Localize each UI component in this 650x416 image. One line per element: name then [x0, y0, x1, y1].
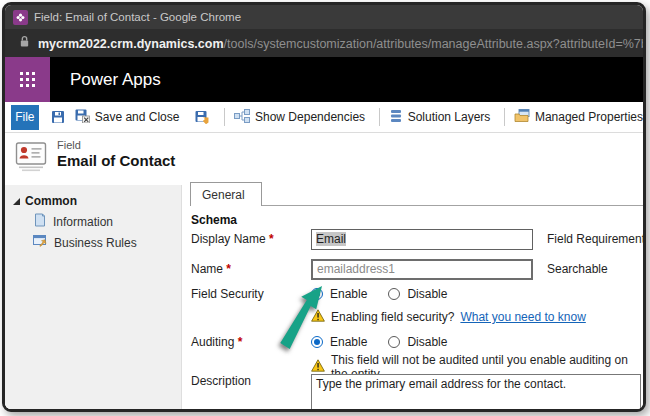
warning-icon — [311, 359, 325, 375]
auditing-enable-label: Enable — [330, 335, 367, 349]
sidebar-group-label: Common — [25, 194, 77, 208]
display-name-row: Display Name * Email Field Requirement * — [191, 228, 641, 250]
app-name: Power Apps — [70, 70, 161, 90]
sidebar-group-common[interactable]: Common — [5, 191, 181, 211]
auditing-warning-row: This field will not be audited until you… — [191, 359, 641, 375]
description-input[interactable]: Type the primary email address for the c… — [311, 374, 641, 411]
waffle-icon — [20, 72, 35, 87]
app-favicon-icon — [13, 10, 28, 25]
field-security-warning-row: Enabling field security? What you need t… — [191, 309, 641, 325]
toolbar-separator — [504, 108, 505, 126]
field-security-label: Field Security — [191, 287, 311, 301]
waffle-menu-button[interactable] — [5, 57, 50, 102]
save-and-close-icon — [75, 109, 90, 126]
managed-properties-icon — [514, 109, 530, 126]
save-and-new-button[interactable] — [195, 110, 210, 124]
url-path: /tools/systemcustomization/attributes/ma… — [224, 37, 646, 51]
display-name-label: Display Name * — [191, 232, 311, 246]
page-title: Email of Contact — [57, 152, 175, 169]
warning-icon — [311, 309, 325, 325]
name-row: Name * emailaddress1 Searchable — [191, 258, 641, 280]
business-rules-icon — [33, 234, 48, 251]
toolbar-separator — [379, 108, 380, 126]
auditing-label: Auditing * — [191, 335, 311, 349]
display-name-input[interactable]: Email — [311, 229, 533, 250]
window-title: Field: Email of Contact - Google Chrome — [34, 11, 241, 23]
solution-layers-button[interactable]: Solution Layers — [389, 109, 491, 126]
page-content: Field Email of Contact Common Informatio… — [5, 133, 643, 411]
searchable-label: Searchable — [547, 262, 608, 276]
sidebar-item-label: Business Rules — [54, 236, 137, 250]
field-requirement-label: Field Requirement * — [547, 232, 643, 246]
field-security-warning-text: Enabling field security? — [331, 310, 454, 324]
toolbar-separator — [224, 108, 225, 126]
sidebar-item-label: Information — [53, 215, 113, 229]
save-button[interactable] — [51, 110, 65, 124]
information-icon — [33, 213, 47, 230]
show-dependencies-button[interactable]: Show Dependencies — [234, 109, 365, 126]
auditing-row: Auditing * Enable Disable — [191, 334, 641, 350]
name-label: Name * — [191, 262, 311, 276]
window-titlebar: Field: Email of Contact - Google Chrome — [5, 5, 643, 29]
lock-icon — [19, 34, 30, 52]
field-icon — [15, 139, 49, 177]
auditing-disable-radio[interactable] — [388, 336, 400, 348]
name-input[interactable]: emailaddress1 — [311, 259, 533, 280]
url-domain: mycrm2022.crm.dynamics.com — [38, 37, 224, 51]
collapse-triangle-icon — [13, 198, 20, 205]
browser-window: Field: Email of Contact - Google Chrome … — [2, 2, 646, 412]
save-and-new-icon — [195, 110, 210, 124]
managed-properties-button[interactable]: Managed Properties — [514, 109, 643, 126]
description-row: Description Type the primary email addre… — [191, 374, 641, 411]
save-and-close-label: Save and Close — [95, 110, 180, 124]
show-dependencies-label: Show Dependencies — [255, 110, 365, 124]
field-security-row: Field Security Enable Disable — [191, 286, 641, 302]
field-security-warning-link[interactable]: What you need to know — [460, 310, 585, 324]
power-apps-header: Power Apps — [5, 57, 643, 102]
field-security-enable-label: Enable — [330, 287, 367, 301]
save-icon — [51, 110, 65, 124]
section-heading-schema: Schema — [191, 213, 237, 227]
field-security-disable-label: Disable — [407, 287, 447, 301]
auditing-radio-group: Enable Disable — [311, 335, 461, 349]
field-security-radio-group: Enable Disable — [311, 287, 461, 301]
auditing-enable-radio[interactable] — [311, 336, 323, 348]
description-label: Description — [191, 374, 311, 388]
field-security-enable-radio[interactable] — [311, 288, 323, 300]
sidebar-item-information[interactable]: Information — [5, 211, 181, 232]
address-bar[interactable]: mycrm2022.crm.dynamics.com/tools/systemc… — [5, 29, 643, 57]
command-toolbar: File Save and Close Show Dependencies So… — [5, 102, 643, 133]
entity-type-label: Field — [57, 139, 175, 151]
save-and-close-button[interactable]: Save and Close — [75, 109, 180, 126]
tab-general[interactable]: General — [190, 182, 262, 206]
field-security-disable-radio[interactable] — [388, 288, 400, 300]
managed-properties-label: Managed Properties — [535, 110, 643, 124]
auditing-disable-label: Disable — [407, 335, 447, 349]
page-header: Field Email of Contact — [15, 139, 175, 177]
sidebar: Common Information Business Rules — [5, 185, 182, 411]
sidebar-item-business-rules[interactable]: Business Rules — [5, 232, 181, 253]
file-menu-button[interactable]: File — [11, 105, 39, 130]
form-main: General Schema Display Name * Email Fiel… — [182, 177, 643, 411]
show-dependencies-icon — [234, 109, 250, 126]
solution-layers-icon — [389, 109, 403, 126]
solution-layers-label: Solution Layers — [408, 110, 491, 124]
